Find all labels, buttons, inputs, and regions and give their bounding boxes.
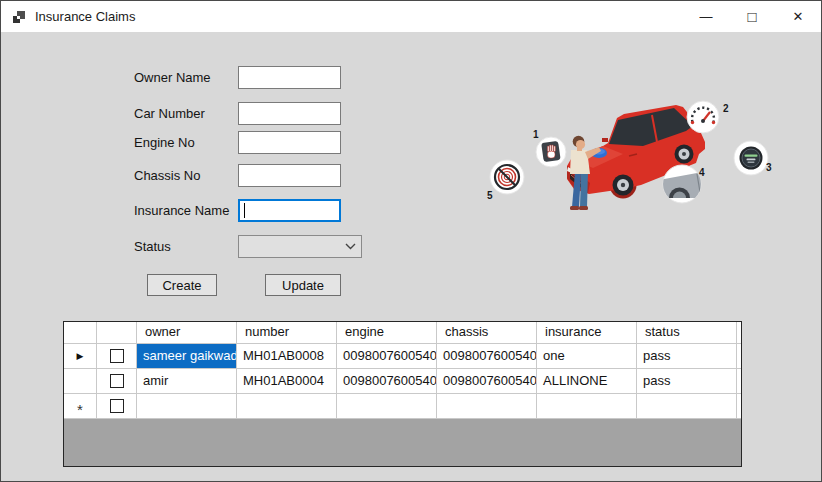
grid-cell-insurance[interactable]: ALLINONE <box>537 369 637 393</box>
callout-number-5: 5 <box>487 190 493 201</box>
grid-cell-status[interactable] <box>637 394 737 418</box>
column-header-engine[interactable]: engine <box>337 322 437 343</box>
grid-header-row: owner number engine chassis insurance st… <box>64 322 741 344</box>
row-header-new[interactable]: * <box>64 394 97 418</box>
column-header-status[interactable]: status <box>637 322 737 343</box>
current-row-arrow-icon: ▶ <box>77 351 84 361</box>
grid-corner-header[interactable] <box>64 322 97 343</box>
table-row-new: * <box>64 394 741 419</box>
column-header-chassis[interactable]: chassis <box>437 322 537 343</box>
grid-cell-engine[interactable]: 0098007600540... <box>337 344 437 368</box>
airbag-hand-icon <box>536 137 566 167</box>
engine-start-button-icon <box>734 141 768 175</box>
owner-name-label: Owner Name <box>134 70 211 85</box>
status-label: Status <box>134 239 171 254</box>
app-window: Insurance Claims — □ ✕ Owner Name Car Nu… <box>0 0 822 482</box>
grid-empty-area <box>64 419 741 466</box>
app-icon <box>11 9 27 25</box>
brake-disc-prohibited-icon <box>490 160 524 194</box>
grid-row-filler <box>737 394 741 418</box>
checkbox-cell[interactable] <box>97 344 137 368</box>
title-bar[interactable]: Insurance Claims — □ ✕ <box>1 1 821 32</box>
column-header-number[interactable]: number <box>237 322 337 343</box>
window-title: Insurance Claims <box>35 9 135 24</box>
claims-data-grid: owner number engine chassis insurance st… <box>63 321 742 467</box>
grid-header-filler <box>737 322 741 343</box>
grid-cell-insurance[interactable] <box>537 394 637 418</box>
callout-number-1: 1 <box>533 129 539 140</box>
grid-cell-engine[interactable] <box>337 394 437 418</box>
grid-cell-status[interactable]: pass <box>637 369 737 393</box>
chevron-down-icon <box>339 243 361 250</box>
speedometer-icon <box>687 101 719 133</box>
grid-cell-owner[interactable]: amir <box>137 369 237 393</box>
status-dropdown[interactable] <box>238 235 362 258</box>
grid-row-filler <box>737 369 741 393</box>
grid-cell-chassis[interactable]: 0098007600540... <box>437 369 537 393</box>
window-controls: — □ ✕ <box>683 1 821 32</box>
grid-cell-insurance[interactable]: one <box>537 344 637 368</box>
new-row-asterisk-icon: * <box>77 405 83 415</box>
grid-row-filler <box>737 344 741 368</box>
table-row: ▶ sameer gaikwad MH01AB0008 009800760054… <box>64 344 741 369</box>
grid-cell-chassis[interactable] <box>437 394 537 418</box>
row-header-current[interactable]: ▶ <box>64 344 97 368</box>
insurance-name-label: Insurance Name <box>134 203 229 218</box>
callout-number-3: 3 <box>766 162 772 173</box>
car-number-input[interactable] <box>238 102 341 125</box>
callout-number-2: 2 <box>723 103 729 114</box>
engine-no-input[interactable] <box>238 131 341 154</box>
close-button-icon[interactable]: ✕ <box>775 1 821 32</box>
maximize-button-icon[interactable]: □ <box>729 1 775 34</box>
chassis-no-input[interactable] <box>238 164 341 187</box>
column-header-owner[interactable]: owner <box>137 322 237 343</box>
column-header-insurance[interactable]: insurance <box>537 322 637 343</box>
update-button[interactable]: Update <box>265 274 341 296</box>
grid-cell-status[interactable]: pass <box>637 344 737 368</box>
chassis-no-label: Chassis No <box>134 168 200 183</box>
row-header[interactable] <box>64 369 97 393</box>
callout-number-4: 4 <box>699 167 705 178</box>
owner-name-input[interactable] <box>238 66 341 89</box>
table-row: amir MH01AB0004 0098007600540... 0098007… <box>64 369 741 394</box>
checkbox-column-header[interactable] <box>97 322 137 343</box>
grid-cell-number[interactable]: MH01AB0004 <box>237 369 337 393</box>
grid-cell-owner[interactable]: sameer gaikwad <box>137 344 237 368</box>
grid-cell-chassis[interactable]: 0098007600540... <box>437 344 537 368</box>
grid-cell-owner[interactable] <box>137 394 237 418</box>
grid-cell-number[interactable]: MH01AB0008 <box>237 344 337 368</box>
row-checkbox[interactable] <box>110 399 124 413</box>
row-checkbox[interactable] <box>110 349 124 363</box>
row-checkbox[interactable] <box>110 374 124 388</box>
minimize-button-icon[interactable]: — <box>683 1 729 32</box>
insurance-name-input[interactable] <box>238 199 341 222</box>
engine-no-label: Engine No <box>134 135 195 150</box>
checkbox-cell[interactable] <box>97 369 137 393</box>
car-number-label: Car Number <box>134 106 205 121</box>
car-inspection-illustration: 1 2 3 4 5 <box>471 86 791 221</box>
create-button[interactable]: Create <box>147 274 217 296</box>
grid-cell-number[interactable] <box>237 394 337 418</box>
grid-cell-engine[interactable]: 0098007600540... <box>337 369 437 393</box>
text-caret <box>244 203 245 218</box>
checkbox-cell[interactable] <box>97 394 137 418</box>
